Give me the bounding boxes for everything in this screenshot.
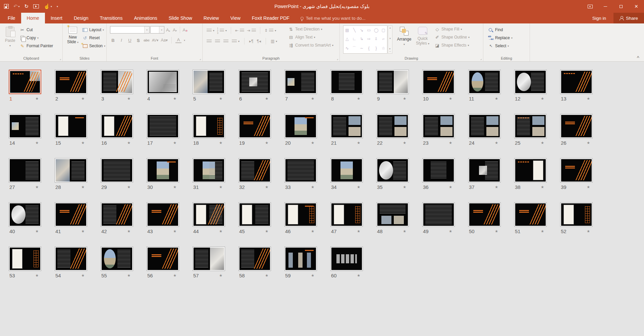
layout-button[interactable]: Layout▾ — [82, 26, 105, 33]
animation-star-icon[interactable]: ★ — [311, 141, 317, 145]
animation-star-icon[interactable]: ★ — [265, 96, 271, 101]
animation-star-icon[interactable]: ★ — [541, 96, 547, 101]
slide-thumbnail-14[interactable] — [9, 114, 41, 138]
animation-star-icon[interactable]: ★ — [173, 96, 179, 101]
slide-thumbnail-48[interactable] — [376, 202, 409, 227]
animation-star-icon[interactable]: ★ — [357, 141, 363, 145]
select-button[interactable]: ↖Select▾ — [488, 42, 513, 50]
tab-file[interactable]: File — [2, 13, 21, 23]
tab-foxit-reader-pdf[interactable]: Foxit Reader PDF — [246, 13, 295, 23]
slide-thumbnail-42[interactable] — [101, 202, 133, 227]
paragraph-dialog-launcher[interactable]: ⌟ — [337, 57, 338, 60]
rounded-rectangle-shape-icon[interactable]: ▢ — [381, 28, 385, 32]
clipboard-dialog-launcher[interactable]: ⌟ — [60, 57, 61, 60]
increase-indent-button[interactable]: ⇥ — [247, 27, 256, 34]
animation-star-icon[interactable]: ★ — [587, 229, 593, 233]
animation-star-icon[interactable]: ★ — [449, 185, 455, 189]
touch-mouse-mode-button[interactable]: ☝▾ — [44, 3, 52, 9]
font-name-dropdown-icon[interactable]: ▾ — [144, 26, 149, 33]
slide-thumbnail-25[interactable] — [514, 114, 547, 138]
slide-thumbnail-5[interactable] — [193, 70, 225, 94]
close-button[interactable]: × — [629, 0, 644, 13]
animation-star-icon[interactable]: ★ — [173, 141, 179, 145]
arrow-down-shape-icon[interactable]: ⇩ — [374, 37, 378, 41]
shape-outline-button[interactable]: ✐Shape Outline▾ — [434, 33, 470, 41]
tell-me-box[interactable]: Tell me what you want to do... — [295, 13, 366, 23]
shape-effects-button[interactable]: ◪Shape Effects▾ — [434, 42, 470, 49]
new-slide-dropdown-icon[interactable]: ▾ — [77, 41, 78, 44]
animation-star-icon[interactable]: ★ — [219, 273, 225, 278]
section-button[interactable]: Section▾ — [82, 42, 105, 50]
undo-dropdown-icon[interactable]: ▾ — [18, 5, 20, 8]
quick-styles-button[interactable]: QuickStyles ▾ — [414, 25, 431, 46]
animation-star-icon[interactable]: ★ — [265, 141, 271, 145]
oval-shape-icon[interactable]: ◯ — [374, 28, 378, 32]
slide-thumbnail-31[interactable] — [193, 158, 225, 183]
slide-thumbnail-30[interactable] — [147, 158, 179, 183]
gallery-scroll-up-icon[interactable]: ▴ — [389, 26, 391, 29]
corner-shape-shape-icon[interactable]: ⌐ — [382, 37, 385, 41]
font-size-dropdown-icon[interactable]: ▾ — [159, 26, 164, 33]
slide-thumbnail-18[interactable] — [193, 114, 225, 138]
strikethrough-button[interactable]: abc — [144, 38, 150, 42]
slide-thumbnail-54[interactable] — [55, 247, 87, 271]
slide-thumbnail-21[interactable] — [330, 114, 363, 138]
paste-dropdown-icon[interactable]: ▾ — [9, 44, 11, 47]
italic-button[interactable]: I — [118, 38, 124, 43]
scribble-shape-icon[interactable]: ∿ — [345, 46, 349, 51]
tab-insert[interactable]: Insert — [45, 13, 68, 23]
animation-star-icon[interactable]: ★ — [35, 273, 41, 278]
align-text-button[interactable]: ⊟Align Text▾ — [288, 33, 333, 41]
slide-thumbnail-56[interactable] — [147, 247, 179, 271]
animation-star-icon[interactable]: ★ — [127, 141, 133, 145]
shape-gallery[interactable]: ▤╲↘▭◯▢△∟↳⇨⇩⌐∿⌒∼{}☆ — [343, 25, 387, 54]
save-button[interactable] — [4, 4, 9, 9]
text-direction-button[interactable]: ⇅Text Direction▾ — [288, 25, 333, 33]
slide-thumbnail-16[interactable] — [101, 114, 133, 138]
animation-star-icon[interactable]: ★ — [449, 229, 455, 233]
animation-star-icon[interactable]: ★ — [403, 185, 409, 189]
slide-thumbnail-13[interactable] — [560, 70, 593, 94]
animation-star-icon[interactable]: ★ — [449, 141, 455, 145]
animation-star-icon[interactable]: ★ — [219, 185, 225, 189]
restore-button[interactable] — [613, 0, 629, 13]
slide-thumbnail-57[interactable] — [193, 247, 225, 271]
bullets-button[interactable]: ▾ — [207, 27, 214, 34]
reset-button[interactable]: ↺Reset — [82, 34, 105, 42]
animation-star-icon[interactable]: ★ — [173, 185, 179, 189]
arrow-right-shape-icon[interactable]: ⇨ — [367, 37, 371, 41]
font-size-combo[interactable]: ▾ — [150, 26, 164, 33]
slide-thumbnail-10[interactable] — [422, 70, 455, 94]
start-from-beginning-button[interactable] — [33, 4, 39, 8]
tab-view[interactable]: View — [225, 13, 246, 23]
shape-fill-button[interactable]: ◇Shape Fill▾ — [434, 25, 470, 33]
align-right-button[interactable] — [223, 38, 228, 45]
animation-star-icon[interactable]: ★ — [403, 229, 409, 233]
font-color-dropdown-icon[interactable]: ▾ — [184, 39, 185, 42]
slide-thumbnail-26[interactable] — [560, 114, 593, 138]
tab-transitions[interactable]: Transitions — [94, 13, 128, 23]
brace-right-shape-icon[interactable]: } — [375, 46, 377, 51]
slide-thumbnail-34[interactable] — [330, 158, 363, 183]
animation-star-icon[interactable]: ★ — [495, 185, 501, 189]
slide-thumbnail-55[interactable] — [101, 247, 133, 271]
animation-star-icon[interactable]: ★ — [35, 96, 41, 101]
ribbon-display-options-button[interactable]: ▴ — [582, 0, 598, 13]
animation-star-icon[interactable]: ★ — [81, 273, 87, 278]
arrow-shape-icon[interactable]: ↘ — [360, 28, 363, 32]
tab-design[interactable]: Design — [68, 13, 94, 23]
animation-star-icon[interactable]: ★ — [265, 229, 271, 233]
animation-star-icon[interactable]: ★ — [265, 273, 271, 278]
line-spacing-button[interactable]: ⇕▾ — [264, 27, 276, 34]
decrease-indent-button[interactable]: ⇤ — [235, 27, 244, 34]
animation-star-icon[interactable]: ★ — [81, 185, 87, 189]
numbering-button[interactable]: 123▾ — [217, 27, 227, 34]
sign-in-button[interactable]: Sign in — [585, 13, 613, 23]
slide-thumbnail-41[interactable] — [55, 202, 87, 227]
animation-star-icon[interactable]: ★ — [311, 229, 317, 233]
animation-star-icon[interactable]: ★ — [127, 96, 133, 101]
brace-left-shape-icon[interactable]: { — [368, 46, 370, 51]
slide-thumbnail-28[interactable] — [55, 158, 87, 183]
triangle-shape-icon[interactable]: △ — [345, 37, 348, 41]
slide-thumbnail-35[interactable] — [376, 158, 409, 183]
